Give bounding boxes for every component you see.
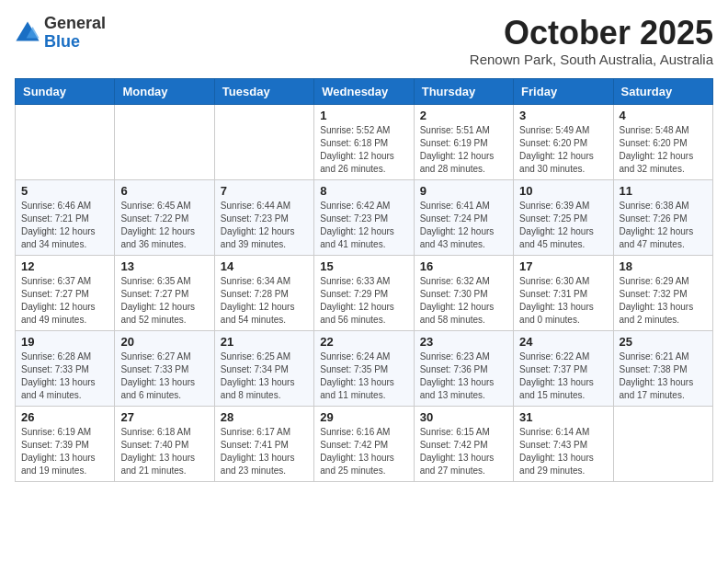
day-number: 24 xyxy=(519,335,607,349)
day-number: 21 xyxy=(221,335,308,349)
day-number: 17 xyxy=(519,259,607,273)
day-info: Sunrise: 6:42 AM Sunset: 7:23 PM Dayligh… xyxy=(320,200,407,251)
day-number: 23 xyxy=(420,335,507,349)
weekday-row: SundayMondayTuesdayWednesdayThursdayFrid… xyxy=(16,78,713,104)
logo-blue: Blue xyxy=(44,33,106,52)
calendar-cell: 22Sunrise: 6:24 AM Sunset: 7:35 PM Dayli… xyxy=(314,330,414,406)
day-number: 7 xyxy=(221,184,308,198)
calendar-week-row: 5Sunrise: 6:46 AM Sunset: 7:21 PM Daylig… xyxy=(16,179,713,255)
day-info: Sunrise: 6:22 AM Sunset: 7:37 PM Dayligh… xyxy=(519,350,607,402)
day-info: Sunrise: 6:37 AM Sunset: 7:27 PM Dayligh… xyxy=(21,275,108,327)
day-info: Sunrise: 6:45 AM Sunset: 7:22 PM Dayligh… xyxy=(120,200,208,251)
calendar-cell: 24Sunrise: 6:22 AM Sunset: 7:37 PM Dayli… xyxy=(514,330,613,406)
day-number: 2 xyxy=(420,109,507,122)
logo-text: General Blue xyxy=(44,15,106,52)
calendar-cell: 28Sunrise: 6:17 AM Sunset: 7:41 PM Dayli… xyxy=(214,406,313,481)
day-number: 27 xyxy=(120,410,208,424)
calendar-cell: 27Sunrise: 6:18 AM Sunset: 7:40 PM Dayli… xyxy=(115,406,214,481)
day-info: Sunrise: 6:29 AM Sunset: 7:32 PM Dayligh… xyxy=(620,275,707,327)
title-block: October 2025 Renown Park, South Australi… xyxy=(470,15,713,67)
logo: General Blue xyxy=(15,15,106,52)
weekday-header: Thursday xyxy=(414,78,513,104)
day-number: 22 xyxy=(320,335,407,349)
calendar-cell: 5Sunrise: 6:46 AM Sunset: 7:21 PM Daylig… xyxy=(16,179,115,255)
day-info: Sunrise: 6:44 AM Sunset: 7:23 PM Dayligh… xyxy=(221,200,308,251)
day-info: Sunrise: 6:35 AM Sunset: 7:27 PM Dayligh… xyxy=(120,275,208,327)
calendar-cell: 25Sunrise: 6:21 AM Sunset: 7:38 PM Dayli… xyxy=(613,330,712,406)
day-number: 29 xyxy=(320,410,407,424)
day-info: Sunrise: 6:25 AM Sunset: 7:34 PM Dayligh… xyxy=(221,350,308,402)
day-number: 26 xyxy=(21,410,108,424)
calendar-cell: 8Sunrise: 6:42 AM Sunset: 7:23 PM Daylig… xyxy=(314,179,414,255)
calendar-cell: 11Sunrise: 6:38 AM Sunset: 7:26 PM Dayli… xyxy=(613,179,712,255)
day-number: 30 xyxy=(420,410,507,424)
day-info: Sunrise: 6:30 AM Sunset: 7:31 PM Dayligh… xyxy=(519,275,607,327)
day-info: Sunrise: 6:27 AM Sunset: 7:33 PM Dayligh… xyxy=(120,350,208,402)
day-info: Sunrise: 6:34 AM Sunset: 7:28 PM Dayligh… xyxy=(221,275,308,327)
day-info: Sunrise: 6:24 AM Sunset: 7:35 PM Dayligh… xyxy=(320,350,407,402)
day-number: 25 xyxy=(620,335,707,349)
day-number: 19 xyxy=(21,335,108,349)
day-info: Sunrise: 5:49 AM Sunset: 6:20 PM Dayligh… xyxy=(519,124,607,176)
day-number: 9 xyxy=(420,184,507,198)
logo-icon xyxy=(15,20,40,46)
calendar-cell: 4Sunrise: 5:48 AM Sunset: 6:20 PM Daylig… xyxy=(613,104,712,179)
day-info: Sunrise: 6:21 AM Sunset: 7:38 PM Dayligh… xyxy=(620,350,707,402)
calendar-body: 1Sunrise: 5:52 AM Sunset: 6:18 PM Daylig… xyxy=(16,104,713,481)
calendar-cell xyxy=(115,104,214,179)
day-info: Sunrise: 6:16 AM Sunset: 7:42 PM Dayligh… xyxy=(320,426,407,477)
day-info: Sunrise: 6:33 AM Sunset: 7:29 PM Dayligh… xyxy=(320,275,407,327)
weekday-header: Monday xyxy=(115,78,214,104)
calendar-header: SundayMondayTuesdayWednesdayThursdayFrid… xyxy=(16,78,713,104)
weekday-header: Friday xyxy=(514,78,613,104)
calendar-cell: 29Sunrise: 6:16 AM Sunset: 7:42 PM Dayli… xyxy=(314,406,414,481)
day-info: Sunrise: 6:19 AM Sunset: 7:39 PM Dayligh… xyxy=(21,426,108,477)
day-number: 8 xyxy=(320,184,407,198)
day-info: Sunrise: 6:17 AM Sunset: 7:41 PM Dayligh… xyxy=(221,426,308,477)
day-info: Sunrise: 5:52 AM Sunset: 6:18 PM Dayligh… xyxy=(320,124,407,176)
day-info: Sunrise: 5:51 AM Sunset: 6:19 PM Dayligh… xyxy=(420,124,507,176)
day-info: Sunrise: 6:32 AM Sunset: 7:30 PM Dayligh… xyxy=(420,275,507,327)
calendar-cell: 15Sunrise: 6:33 AM Sunset: 7:29 PM Dayli… xyxy=(314,255,414,330)
logo-general: General xyxy=(44,15,106,33)
day-number: 16 xyxy=(420,259,507,273)
weekday-header: Sunday xyxy=(16,78,115,104)
day-number: 18 xyxy=(620,259,707,273)
location-subtitle: Renown Park, South Australia, Australia xyxy=(470,52,713,67)
day-info: Sunrise: 5:48 AM Sunset: 6:20 PM Dayligh… xyxy=(620,124,707,176)
calendar-cell: 17Sunrise: 6:30 AM Sunset: 7:31 PM Dayli… xyxy=(514,255,613,330)
calendar-cell: 18Sunrise: 6:29 AM Sunset: 7:32 PM Dayli… xyxy=(613,255,712,330)
calendar-cell: 20Sunrise: 6:27 AM Sunset: 7:33 PM Dayli… xyxy=(115,330,214,406)
calendar-cell xyxy=(16,104,115,179)
calendar-cell: 30Sunrise: 6:15 AM Sunset: 7:42 PM Dayli… xyxy=(414,406,513,481)
weekday-header: Saturday xyxy=(613,78,712,104)
day-number: 3 xyxy=(519,109,607,122)
day-info: Sunrise: 6:39 AM Sunset: 7:25 PM Dayligh… xyxy=(519,200,607,251)
calendar-week-row: 26Sunrise: 6:19 AM Sunset: 7:39 PM Dayli… xyxy=(16,406,713,481)
day-info: Sunrise: 6:46 AM Sunset: 7:21 PM Dayligh… xyxy=(21,200,108,251)
calendar-cell: 16Sunrise: 6:32 AM Sunset: 7:30 PM Dayli… xyxy=(414,255,513,330)
calendar-cell: 26Sunrise: 6:19 AM Sunset: 7:39 PM Dayli… xyxy=(16,406,115,481)
calendar-cell: 6Sunrise: 6:45 AM Sunset: 7:22 PM Daylig… xyxy=(115,179,214,255)
day-info: Sunrise: 6:28 AM Sunset: 7:33 PM Dayligh… xyxy=(21,350,108,402)
calendar-table: SundayMondayTuesdayWednesdayThursdayFrid… xyxy=(15,78,713,482)
day-number: 14 xyxy=(221,259,308,273)
day-number: 4 xyxy=(620,109,707,122)
calendar-week-row: 12Sunrise: 6:37 AM Sunset: 7:27 PM Dayli… xyxy=(16,255,713,330)
calendar-cell: 2Sunrise: 5:51 AM Sunset: 6:19 PM Daylig… xyxy=(414,104,513,179)
calendar-cell: 12Sunrise: 6:37 AM Sunset: 7:27 PM Dayli… xyxy=(16,255,115,330)
day-number: 15 xyxy=(320,259,407,273)
calendar-cell: 14Sunrise: 6:34 AM Sunset: 7:28 PM Dayli… xyxy=(214,255,313,330)
day-info: Sunrise: 6:18 AM Sunset: 7:40 PM Dayligh… xyxy=(120,426,208,477)
calendar-cell xyxy=(214,104,313,179)
month-title: October 2025 xyxy=(470,15,713,52)
calendar-cell xyxy=(613,406,712,481)
calendar-cell: 13Sunrise: 6:35 AM Sunset: 7:27 PM Dayli… xyxy=(115,255,214,330)
day-number: 5 xyxy=(21,184,108,198)
calendar-cell: 21Sunrise: 6:25 AM Sunset: 7:34 PM Dayli… xyxy=(214,330,313,406)
day-number: 1 xyxy=(320,109,407,122)
calendar-cell: 7Sunrise: 6:44 AM Sunset: 7:23 PM Daylig… xyxy=(214,179,313,255)
day-number: 11 xyxy=(620,184,707,198)
day-info: Sunrise: 6:14 AM Sunset: 7:43 PM Dayligh… xyxy=(519,426,607,477)
day-number: 28 xyxy=(221,410,308,424)
